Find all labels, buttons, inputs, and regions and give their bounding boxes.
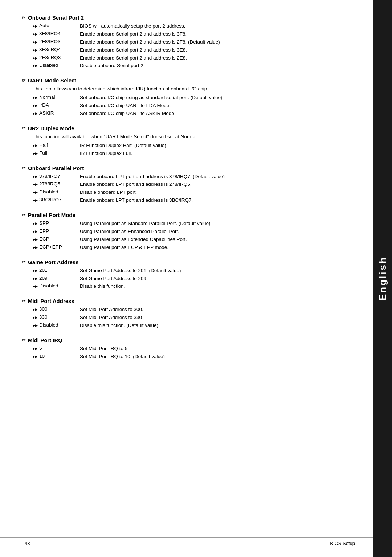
footer-label: BIOS Setup bbox=[330, 541, 355, 546]
item-row: IrDASet onboard I/O chip UART to IrDA Mo… bbox=[33, 102, 355, 109]
double-arrow-icon bbox=[33, 102, 38, 108]
sidebar: English bbox=[373, 0, 392, 557]
item-row: 3F8/IRQ4Enable onboard Serial port 2 and… bbox=[33, 31, 355, 38]
item-key: Disabled bbox=[33, 283, 80, 288]
section-icon: ☞ bbox=[22, 259, 26, 265]
section-midi-port-address: ☞ Midi Port Address 300Set Midi Port Add… bbox=[22, 298, 355, 329]
item-desc: Using Parallel port as ECP & EPP mode. bbox=[80, 244, 355, 251]
item-desc: Set Midi Port IRQ to 5. bbox=[80, 345, 355, 352]
item-row: FullIR Function Duplex Full. bbox=[33, 150, 355, 157]
double-arrow-icon bbox=[33, 353, 38, 359]
section-title-ur2-duplex-mode: ☞ UR2 Duplex Mode bbox=[22, 125, 355, 131]
items-table-onboard-serial-port-2: AutoBIOS will automatically setup the po… bbox=[22, 23, 355, 69]
item-row: 2E8/IRQ3Enable onboard Serial port 2 and… bbox=[33, 55, 355, 62]
double-arrow-icon bbox=[33, 173, 38, 179]
section-icon: ☞ bbox=[22, 15, 26, 20]
item-row: DisabledDisable this function. bbox=[33, 283, 355, 290]
page-footer: - 43 - BIOS Setup bbox=[0, 537, 373, 546]
item-desc: IR Function Duplex Full. bbox=[80, 150, 355, 157]
double-arrow-icon bbox=[33, 181, 38, 187]
double-arrow-icon bbox=[33, 220, 38, 226]
items-table-ur2-duplex-mode: HalfIR Function Duplex Half. (Default va… bbox=[22, 142, 355, 157]
section-midi-port-irq: ☞ Midi Port IRQ 5Set Midi Port IRQ to 5.… bbox=[22, 337, 355, 360]
page-container: ☞ Onboard Serial Port 2 AutoBIOS will au… bbox=[0, 0, 392, 557]
item-row: EPPUsing Parallel port as Enhanced Paral… bbox=[33, 228, 355, 235]
item-row: DisabledDisable onboard LPT port. bbox=[33, 189, 355, 196]
double-arrow-icon bbox=[33, 150, 38, 156]
item-key: Disabled bbox=[33, 322, 80, 328]
item-key: ECP+EPP bbox=[33, 244, 80, 250]
sidebar-text: English bbox=[377, 257, 388, 301]
item-row: NormalSet onboard I/O chip using as stan… bbox=[33, 94, 355, 101]
item-desc: IR Function Duplex Half. (Default value) bbox=[80, 142, 355, 149]
item-key: 3BC/IRQ7 bbox=[33, 197, 80, 202]
sections-container: ☞ Onboard Serial Port 2 AutoBIOS will au… bbox=[22, 15, 355, 360]
double-arrow-icon bbox=[33, 55, 38, 60]
item-key: Full bbox=[33, 150, 80, 156]
double-arrow-icon bbox=[33, 283, 38, 288]
item-row: 10Set Midi Port IRQ to 10. (Default valu… bbox=[33, 353, 355, 360]
double-arrow-icon bbox=[33, 314, 38, 320]
section-icon: ☞ bbox=[22, 78, 26, 83]
footer-page: - 43 - bbox=[22, 541, 33, 546]
double-arrow-icon bbox=[33, 31, 38, 36]
double-arrow-icon bbox=[33, 228, 38, 234]
item-desc: Using Parallel port as Extended Capabili… bbox=[80, 236, 355, 243]
item-desc: Set Midi Port Address to 330 bbox=[80, 314, 355, 321]
item-key: SPP bbox=[33, 220, 80, 226]
section-intro-uart-mode-select: This item allows you to determine which … bbox=[22, 86, 355, 93]
item-row: 201Set Game Port Address to 201. (Defaul… bbox=[33, 267, 355, 274]
section-parallel-port-mode: ☞ Parallel Port Mode SPPUsing Parallel p… bbox=[22, 212, 355, 251]
item-desc: Enable onboard Serial port 2 and address… bbox=[80, 55, 355, 62]
double-arrow-icon bbox=[33, 39, 38, 44]
item-key: Disabled bbox=[33, 189, 80, 194]
item-row: ASKIRSet onboard I/O chip UART to ASKIR … bbox=[33, 110, 355, 117]
item-key: 10 bbox=[33, 353, 80, 359]
double-arrow-icon bbox=[33, 110, 38, 116]
items-table-midi-port-address: 300Set Midi Port Address to 300. 330Set … bbox=[22, 306, 355, 329]
item-desc: Enable onboard LPT port and address is 3… bbox=[80, 173, 355, 180]
double-arrow-icon bbox=[33, 142, 38, 148]
item-key: 300 bbox=[33, 306, 80, 312]
item-row: HalfIR Function Duplex Half. (Default va… bbox=[33, 142, 355, 149]
item-key: Half bbox=[33, 142, 80, 148]
double-arrow-icon bbox=[33, 94, 38, 100]
item-key: 5 bbox=[33, 345, 80, 351]
item-desc: Using Parallel port as Enhanced Parallel… bbox=[80, 228, 355, 235]
main-content: ☞ Onboard Serial Port 2 AutoBIOS will au… bbox=[0, 0, 373, 557]
section-ur2-duplex-mode: ☞ UR2 Duplex ModeThis function will avai… bbox=[22, 125, 355, 157]
items-table-onboard-parallel-port: 378/IRQ7Enable onboard LPT port and addr… bbox=[22, 173, 355, 204]
double-arrow-icon bbox=[33, 322, 38, 328]
item-row: 209Set Game Port Address to 209. bbox=[33, 275, 355, 282]
item-key: Auto bbox=[33, 23, 80, 28]
item-key: 201 bbox=[33, 267, 80, 273]
double-arrow-icon bbox=[33, 244, 38, 250]
item-row: ECPUsing Parallel port as Extended Capab… bbox=[33, 236, 355, 243]
section-icon: ☞ bbox=[22, 213, 26, 218]
item-desc: Using Parallel port as Standard Parallel… bbox=[80, 220, 355, 227]
section-icon: ☞ bbox=[22, 299, 26, 304]
double-arrow-icon bbox=[33, 62, 38, 68]
section-onboard-serial-port-2: ☞ Onboard Serial Port 2 AutoBIOS will au… bbox=[22, 15, 355, 69]
double-arrow-icon bbox=[33, 267, 38, 273]
item-row: DisabledDisable onboard Serial port 2. bbox=[33, 62, 355, 69]
item-row: 330Set Midi Port Address to 330 bbox=[33, 314, 355, 321]
items-table-uart-mode-select: NormalSet onboard I/O chip using as stan… bbox=[22, 94, 355, 117]
item-row: 378/IRQ7Enable onboard LPT port and addr… bbox=[33, 173, 355, 180]
item-desc: Disable this function. bbox=[80, 283, 355, 290]
section-onboard-parallel-port: ☞ Onboard Parallel Port 378/IRQ7Enable o… bbox=[22, 165, 355, 204]
item-key: Disabled bbox=[33, 62, 80, 68]
item-row: AutoBIOS will automatically setup the po… bbox=[33, 23, 355, 30]
item-row: 300Set Midi Port Address to 300. bbox=[33, 306, 355, 313]
item-desc: Enable onboard LPT port and address is 3… bbox=[80, 197, 355, 204]
item-row: ECP+EPPUsing Parallel port as ECP & EPP … bbox=[33, 244, 355, 251]
item-desc: Disable this function. (Default value) bbox=[80, 322, 355, 329]
items-table-game-port-address: 201Set Game Port Address to 201. (Defaul… bbox=[22, 267, 355, 290]
item-desc: Enable onboard LPT port and address is 2… bbox=[80, 181, 355, 188]
item-key: Normal bbox=[33, 94, 80, 100]
section-title-parallel-port-mode: ☞ Parallel Port Mode bbox=[22, 212, 355, 218]
item-key: ASKIR bbox=[33, 110, 80, 116]
double-arrow-icon bbox=[33, 275, 38, 281]
item-desc: Disable onboard Serial port 2. bbox=[80, 62, 355, 69]
section-intro-ur2-duplex-mode: This function will available when "UART … bbox=[22, 134, 355, 140]
